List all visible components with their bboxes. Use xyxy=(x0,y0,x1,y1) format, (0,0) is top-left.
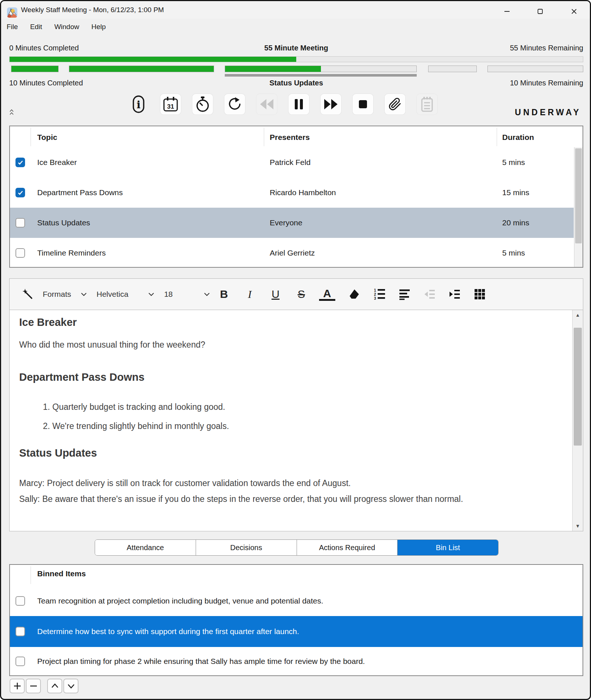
section-heading-ice-breaker: Ice Breaker xyxy=(19,316,555,328)
scroll-up-icon[interactable]: ▲ xyxy=(573,312,583,318)
section-heading-status-updates: Status Updates xyxy=(19,447,555,459)
attachment-icon[interactable] xyxy=(385,94,405,115)
notes-editor[interactable]: Ice Breaker Who did the most unusual thi… xyxy=(9,310,583,531)
bin-item-project-plan-timing[interactable]: Project plan timing for phase 2 while en… xyxy=(10,647,583,676)
minutes-remaining-label: 55 Minutes Remaining xyxy=(510,44,583,52)
maximize-button[interactable] xyxy=(534,6,546,17)
minimize-button[interactable] xyxy=(501,6,513,17)
bin-item-text: Team recognition at project completion i… xyxy=(37,597,323,605)
menu-edit[interactable]: Edit xyxy=(30,23,42,31)
app-logo-icon xyxy=(7,7,17,19)
menu-help[interactable]: Help xyxy=(91,23,106,31)
align-icon[interactable] xyxy=(399,288,410,300)
topics-table: Topic Presenters Duration Ice Breaker Pa… xyxy=(9,126,583,268)
topic-segment-3 xyxy=(225,66,417,72)
table-grid-icon[interactable] xyxy=(474,288,486,300)
column-divider xyxy=(31,566,31,584)
duration-column-header: Duration xyxy=(502,133,534,142)
eraser-icon[interactable] xyxy=(349,289,360,300)
timer-icon[interactable] xyxy=(192,94,213,115)
tab-decisions[interactable]: Decisions xyxy=(196,540,297,555)
magic-wand-icon[interactable] xyxy=(22,289,33,300)
bin-checkbox-unchecked[interactable] xyxy=(15,657,25,666)
duration-cell: 20 mins xyxy=(502,218,529,227)
chevron-down-icon[interactable] xyxy=(81,292,87,296)
fast-forward-icon[interactable] xyxy=(321,94,341,115)
topic-checkbox-unchecked[interactable] xyxy=(15,248,25,258)
topic-column-header: Topic xyxy=(37,133,57,142)
tab-attendance[interactable]: Attendance xyxy=(95,540,196,555)
underline-button[interactable]: U xyxy=(267,288,284,300)
list-item: Quarterly budget is tracking and looking… xyxy=(52,397,555,416)
ice-breaker-paragraph: Who did the most unusual thing for the w… xyxy=(19,340,555,349)
close-button[interactable] xyxy=(568,6,580,17)
topic-checkbox-checked[interactable] xyxy=(15,188,25,197)
restart-icon[interactable] xyxy=(224,94,245,115)
calendar-icon[interactable]: 31 xyxy=(160,94,181,115)
duration-cell: 5 mins xyxy=(502,249,525,257)
remove-item-button[interactable] xyxy=(26,679,41,693)
info-icon[interactable]: i xyxy=(128,94,149,115)
chevron-down-icon[interactable] xyxy=(204,292,210,296)
topic-progress-labels: 10 Minutes Completed Status Updates 10 M… xyxy=(9,79,583,88)
tab-bin-list[interactable]: Bin List xyxy=(398,540,498,555)
menu-file[interactable]: File xyxy=(7,23,18,31)
topic-minutes-remaining-label: 10 Minutes Remaining xyxy=(510,79,583,87)
binned-items-header: Binned Items xyxy=(37,569,86,578)
table-row-status-updates[interactable]: Status Updates Everyone 20 mins xyxy=(10,208,574,238)
add-item-button[interactable] xyxy=(10,679,25,693)
segment-1-fill xyxy=(11,66,58,72)
overall-progress-bar xyxy=(9,56,583,62)
column-divider xyxy=(264,128,264,146)
bin-item-text: Project plan timing for phase 2 while en… xyxy=(37,657,365,666)
status-line-marcy: Marcy: Project delivery is still on trac… xyxy=(19,475,555,491)
editor-scrollbar[interactable]: ▲ ▼ xyxy=(572,310,583,531)
topic-segment-1 xyxy=(11,66,59,72)
bold-button[interactable]: B xyxy=(216,288,232,300)
topic-cell: Timeline Reminders xyxy=(37,249,106,257)
chevron-down-icon[interactable] xyxy=(148,292,154,296)
bin-checkbox-unchecked[interactable] xyxy=(15,627,25,636)
svg-text:2: 2 xyxy=(374,292,376,296)
section-heading-department-pass-downs: Department Pass Downs xyxy=(19,371,555,383)
topics-scrollbar-thumb[interactable] xyxy=(575,148,582,243)
scroll-down-icon[interactable]: ▼ xyxy=(573,523,583,529)
notes-icon xyxy=(417,94,437,115)
stop-icon[interactable] xyxy=(353,94,373,115)
bin-checkbox-unchecked[interactable] xyxy=(15,596,25,606)
topic-checkbox-checked[interactable] xyxy=(15,158,25,167)
segment-2-fill xyxy=(69,66,214,72)
topics-scrollbar[interactable] xyxy=(574,147,583,267)
editor-text[interactable]: Ice Breaker Who did the most unusual thi… xyxy=(10,310,572,531)
svg-text:31: 31 xyxy=(167,103,174,110)
menu-window[interactable]: Window xyxy=(54,23,79,31)
table-row-timeline-reminders[interactable]: Timeline Reminders Ariel Gerrietz 5 mins xyxy=(10,238,574,268)
bin-item-text: Determine how best to sync with support … xyxy=(37,627,299,636)
numbered-list-icon[interactable]: 123 xyxy=(373,288,385,300)
table-row-department-pass-downs[interactable]: Department Pass Downs Ricardo Hambelton … xyxy=(10,177,574,208)
indent-icon[interactable] xyxy=(449,288,461,300)
font-family-dropdown[interactable]: Helvetica xyxy=(97,290,128,299)
formats-dropdown[interactable]: Formats xyxy=(43,290,71,299)
tab-actions-required[interactable]: Actions Required xyxy=(297,540,398,555)
editor-scrollbar-thumb[interactable] xyxy=(574,328,582,446)
menu-bar: File Edit Window Help xyxy=(1,20,590,34)
table-row-ice-breaker[interactable]: Ice Breaker Patrick Feld 5 mins xyxy=(10,147,574,177)
status-line-sally: Sally: Be aware that there's an issue if… xyxy=(19,491,555,507)
move-up-button[interactable] xyxy=(47,679,62,693)
collapse-chevron-icon[interactable] xyxy=(9,109,14,117)
underway-logo: UNDERWAY xyxy=(515,108,581,117)
presenter-cell: Ariel Gerrietz xyxy=(270,249,315,257)
overall-progress-fill xyxy=(10,57,296,62)
bin-item-sync-with-support[interactable]: Determine how best to sync with support … xyxy=(10,616,583,647)
pause-icon[interactable] xyxy=(288,94,309,115)
topic-segment-4 xyxy=(428,66,477,72)
bin-item-team-recognition[interactable]: Team recognition at project completion i… xyxy=(10,585,583,616)
italic-button[interactable]: I xyxy=(242,288,258,300)
font-size-dropdown[interactable]: 18 xyxy=(164,290,172,299)
topic-checkbox-unchecked[interactable] xyxy=(15,218,25,228)
move-down-button[interactable] xyxy=(63,679,78,693)
font-color-button[interactable]: A xyxy=(319,288,335,301)
binned-items-panel: Binned Items Team recognition at project… xyxy=(9,564,583,676)
strikethrough-button[interactable]: S xyxy=(293,288,310,300)
